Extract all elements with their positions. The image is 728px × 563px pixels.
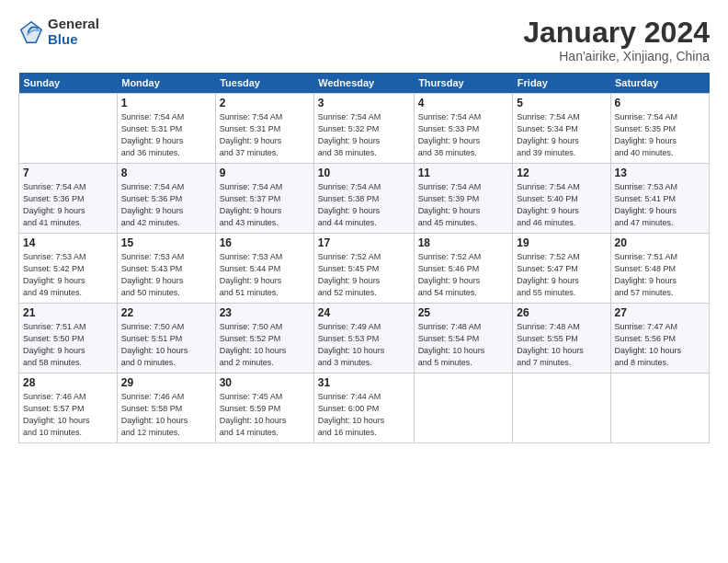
calendar-cell: 28Sunrise: 7:46 AM Sunset: 5:57 PM Dayli… [19,373,118,443]
day-info: Sunrise: 7:50 AM Sunset: 5:52 PM Dayligh… [220,321,310,369]
day-info: Sunrise: 7:47 AM Sunset: 5:56 PM Dayligh… [615,321,706,369]
day-number: 31 [318,376,410,389]
calendar-cell: 7Sunrise: 7:54 AM Sunset: 5:36 PM Daylig… [19,164,118,234]
day-number: 19 [517,236,606,249]
calendar-cell: 14Sunrise: 7:53 AM Sunset: 5:42 PM Dayli… [19,234,118,304]
day-number: 30 [220,376,310,389]
col-wednesday: Wednesday [313,73,414,94]
month-title: January 2024 [523,17,710,49]
logo-text: General Blue [48,17,99,47]
calendar-cell: 12Sunrise: 7:54 AM Sunset: 5:40 PM Dayli… [513,164,610,234]
logo-icon [18,19,44,45]
calendar-cell: 13Sunrise: 7:53 AM Sunset: 5:41 PM Dayli… [610,164,710,234]
day-number: 28 [23,376,113,389]
col-tuesday: Tuesday [215,73,313,94]
col-sunday: Sunday [19,73,118,94]
day-number: 5 [517,97,606,109]
calendar-week-2: 7Sunrise: 7:54 AM Sunset: 5:36 PM Daylig… [19,164,710,234]
header: General Blue January 2024 Han'airike, Xi… [18,17,710,63]
calendar-page: General Blue January 2024 Han'airike, Xi… [0,0,728,563]
calendar-cell: 10Sunrise: 7:54 AM Sunset: 5:38 PM Dayli… [313,164,414,234]
calendar-week-5: 28Sunrise: 7:46 AM Sunset: 5:57 PM Dayli… [19,373,710,443]
col-friday: Friday [513,73,610,94]
logo: General Blue [18,17,99,47]
day-info: Sunrise: 7:54 AM Sunset: 5:40 PM Dayligh… [517,181,606,229]
day-number: 3 [318,97,410,109]
day-info: Sunrise: 7:53 AM Sunset: 5:43 PM Dayligh… [121,251,211,299]
day-number: 12 [517,167,606,179]
calendar-cell: 8Sunrise: 7:54 AM Sunset: 5:36 PM Daylig… [117,164,215,234]
day-info: Sunrise: 7:52 AM Sunset: 5:46 PM Dayligh… [418,251,509,299]
day-info: Sunrise: 7:54 AM Sunset: 5:34 PM Dayligh… [517,111,606,159]
day-number: 27 [615,306,706,319]
calendar-cell: 22Sunrise: 7:50 AM Sunset: 5:51 PM Dayli… [117,304,215,373]
day-info: Sunrise: 7:48 AM Sunset: 5:54 PM Dayligh… [418,321,509,369]
day-info: Sunrise: 7:54 AM Sunset: 5:31 PM Dayligh… [121,111,211,159]
day-number: 1 [121,97,211,109]
calendar-cell: 3Sunrise: 7:54 AM Sunset: 5:32 PM Daylig… [313,94,414,164]
calendar-cell: 2Sunrise: 7:54 AM Sunset: 5:31 PM Daylig… [215,94,313,164]
col-monday: Monday [117,73,215,94]
calendar-table: Sunday Monday Tuesday Wednesday Thursday… [18,73,710,443]
day-info: Sunrise: 7:54 AM Sunset: 5:37 PM Dayligh… [220,181,310,229]
day-number: 21 [23,306,113,319]
calendar-cell [513,373,610,443]
day-info: Sunrise: 7:48 AM Sunset: 5:55 PM Dayligh… [517,321,606,369]
calendar-cell [610,373,710,443]
day-number: 10 [318,167,410,179]
calendar-cell: 23Sunrise: 7:50 AM Sunset: 5:52 PM Dayli… [215,304,313,373]
col-saturday: Saturday [610,73,710,94]
day-number: 29 [121,376,211,389]
day-number: 4 [418,97,509,109]
calendar-week-3: 14Sunrise: 7:53 AM Sunset: 5:42 PM Dayli… [19,234,710,304]
calendar-cell: 11Sunrise: 7:54 AM Sunset: 5:39 PM Dayli… [414,164,513,234]
day-info: Sunrise: 7:54 AM Sunset: 5:33 PM Dayligh… [418,111,509,159]
svg-marker-0 [19,20,42,43]
day-info: Sunrise: 7:44 AM Sunset: 6:00 PM Dayligh… [318,391,410,439]
calendar-cell: 31Sunrise: 7:44 AM Sunset: 6:00 PM Dayli… [313,373,414,443]
day-info: Sunrise: 7:54 AM Sunset: 5:32 PM Dayligh… [318,111,410,159]
day-info: Sunrise: 7:45 AM Sunset: 5:59 PM Dayligh… [220,391,310,439]
day-info: Sunrise: 7:53 AM Sunset: 5:42 PM Dayligh… [23,251,113,299]
day-number: 7 [23,167,113,179]
day-number: 25 [418,306,509,319]
day-info: Sunrise: 7:52 AM Sunset: 5:45 PM Dayligh… [318,251,410,299]
day-info: Sunrise: 7:51 AM Sunset: 5:48 PM Dayligh… [615,251,706,299]
day-info: Sunrise: 7:54 AM Sunset: 5:35 PM Dayligh… [615,111,706,159]
day-info: Sunrise: 7:54 AM Sunset: 5:36 PM Dayligh… [121,181,211,229]
calendar-cell: 30Sunrise: 7:45 AM Sunset: 5:59 PM Dayli… [215,373,313,443]
day-info: Sunrise: 7:54 AM Sunset: 5:36 PM Dayligh… [23,181,113,229]
calendar-cell: 25Sunrise: 7:48 AM Sunset: 5:54 PM Dayli… [414,304,513,373]
title-block: January 2024 Han'airike, Xinjiang, China [523,17,710,63]
location: Han'airike, Xinjiang, China [523,49,710,63]
day-number: 8 [121,167,211,179]
calendar-cell: 20Sunrise: 7:51 AM Sunset: 5:48 PM Dayli… [610,234,710,304]
day-info: Sunrise: 7:53 AM Sunset: 5:44 PM Dayligh… [220,251,310,299]
calendar-week-4: 21Sunrise: 7:51 AM Sunset: 5:50 PM Dayli… [19,304,710,373]
calendar-cell: 5Sunrise: 7:54 AM Sunset: 5:34 PM Daylig… [513,94,610,164]
logo-blue: Blue [48,32,99,48]
day-number: 18 [418,236,509,249]
calendar-cell: 29Sunrise: 7:46 AM Sunset: 5:58 PM Dayli… [117,373,215,443]
day-info: Sunrise: 7:53 AM Sunset: 5:41 PM Dayligh… [615,181,706,229]
calendar-cell [19,94,118,164]
day-info: Sunrise: 7:52 AM Sunset: 5:47 PM Dayligh… [517,251,606,299]
day-info: Sunrise: 7:46 AM Sunset: 5:58 PM Dayligh… [121,391,211,439]
calendar-cell [414,373,513,443]
calendar-cell: 16Sunrise: 7:53 AM Sunset: 5:44 PM Dayli… [215,234,313,304]
calendar-cell: 18Sunrise: 7:52 AM Sunset: 5:46 PM Dayli… [414,234,513,304]
day-number: 17 [318,236,410,249]
calendar-cell: 4Sunrise: 7:54 AM Sunset: 5:33 PM Daylig… [414,94,513,164]
day-number: 9 [220,167,310,179]
day-number: 26 [517,306,606,319]
day-number: 2 [220,97,310,109]
calendar-cell: 1Sunrise: 7:54 AM Sunset: 5:31 PM Daylig… [117,94,215,164]
logo-general: General [48,17,99,32]
calendar-header-row: Sunday Monday Tuesday Wednesday Thursday… [19,73,710,94]
calendar-cell: 24Sunrise: 7:49 AM Sunset: 5:53 PM Dayli… [313,304,414,373]
day-info: Sunrise: 7:54 AM Sunset: 5:39 PM Dayligh… [418,181,509,229]
day-number: 15 [121,236,211,249]
calendar-cell: 9Sunrise: 7:54 AM Sunset: 5:37 PM Daylig… [215,164,313,234]
calendar-cell: 17Sunrise: 7:52 AM Sunset: 5:45 PM Dayli… [313,234,414,304]
calendar-cell: 21Sunrise: 7:51 AM Sunset: 5:50 PM Dayli… [19,304,118,373]
